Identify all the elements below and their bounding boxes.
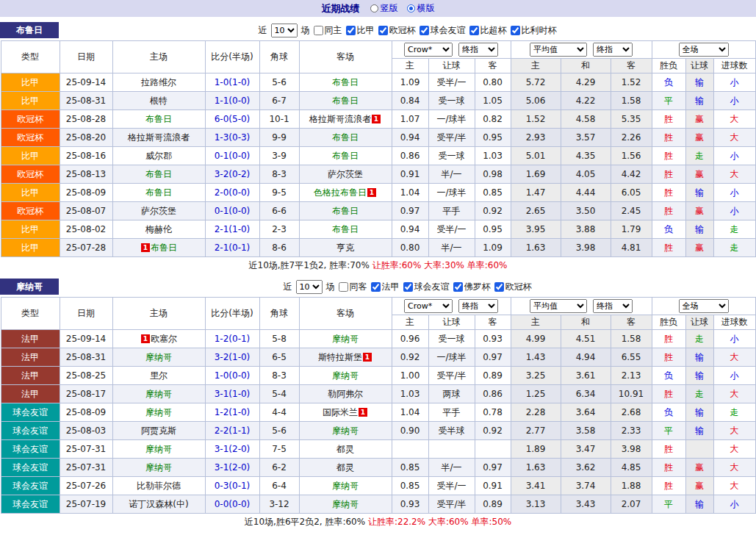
team-link[interactable]: 摩纳哥 — [332, 481, 359, 491]
score-cell[interactable]: 1-0(1-0) — [205, 73, 259, 92]
team-link[interactable]: 布鲁日 — [332, 224, 359, 234]
team-link[interactable]: 布鲁日 — [332, 77, 359, 87]
score-cell[interactable]: 6-0(5-0) — [205, 110, 259, 129]
league-filter[interactable]: 比利时杯 — [511, 24, 557, 37]
score-cell[interactable]: 3-2(1-0) — [205, 348, 259, 367]
team-link[interactable]: 摩纳哥 — [145, 352, 172, 362]
match-count-select[interactable]: 10 — [296, 280, 323, 294]
team-link[interactable]: 都灵 — [336, 462, 354, 473]
team-link[interactable]: 摩纳哥 — [332, 499, 359, 509]
score-cell[interactable]: 0-0(0-0) — [205, 495, 259, 514]
same-venue-checkbox[interactable] — [314, 26, 323, 35]
league-checkbox[interactable] — [494, 282, 504, 292]
same-venue-filter[interactable]: 同主 — [314, 24, 342, 37]
team-link[interactable]: 梅赫伦 — [145, 224, 172, 234]
avg-select[interactable]: 平均值 — [530, 299, 587, 313]
team-link[interactable]: 摩纳哥 — [145, 389, 172, 399]
team-link[interactable]: 欧塞尔 — [151, 334, 177, 344]
team-link[interactable]: 摩纳哥 — [332, 426, 359, 436]
league-filter[interactable]: 比甲 — [346, 24, 375, 37]
team-link[interactable]: 国际米兰 — [323, 407, 358, 417]
same-venue-checkbox[interactable] — [339, 282, 348, 292]
view-option-horizontal[interactable]: 横版 — [407, 2, 435, 15]
league-filter[interactable]: 球会友谊 — [420, 24, 466, 37]
team-link[interactable]: 亨克 — [336, 243, 354, 253]
team-link[interactable]: 都灵 — [336, 444, 354, 454]
odds-company-select[interactable]: Crow* — [404, 299, 453, 313]
team-link[interactable]: 斯特拉斯堡 — [318, 352, 362, 362]
team-link[interactable]: 布鲁日 — [145, 187, 172, 198]
team-link[interactable]: 阿贾克斯 — [141, 426, 176, 436]
team-link[interactable]: 布鲁日 — [332, 151, 359, 161]
league-filter[interactable]: 欧冠杯 — [378, 24, 416, 37]
team-link[interactable]: 布鲁日 — [332, 132, 359, 143]
score-cell[interactable]: 1-2(0-1) — [205, 330, 259, 348]
score-cell[interactable]: 1-3(0-3) — [205, 129, 259, 147]
score-cell[interactable]: 1-1(0-0) — [205, 92, 259, 110]
league-filter[interactable]: 佛罗杯 — [453, 281, 491, 293]
team-link[interactable]: 格拉斯哥流浪者 — [309, 114, 371, 124]
league-checkbox[interactable] — [378, 26, 388, 35]
score-cell[interactable]: 0-3(0-1) — [205, 477, 259, 495]
team-link[interactable]: 摩纳哥 — [145, 444, 172, 454]
score-cell[interactable]: 3-2(0-2) — [205, 165, 259, 184]
odds-type-select[interactable]: 终指 — [458, 299, 498, 313]
avg-select[interactable]: 平均值 — [530, 43, 587, 57]
score-cell[interactable]: 3-1(2-0) — [205, 459, 259, 477]
team-link[interactable]: 萨尔茨堡 — [328, 169, 363, 179]
team-link[interactable]: 布鲁日 — [145, 114, 172, 124]
avg-type-select[interactable]: 终指 — [593, 299, 633, 313]
team-link[interactable]: 摩纳哥 — [145, 407, 172, 417]
league-filter[interactable]: 比超杯 — [469, 24, 507, 37]
team-link[interactable]: 摩纳哥 — [332, 370, 359, 381]
header-dropdown-row: 类型 日期 主场 比分(半场) 角球 客场 Crow*终指 平均值终指 全场 — [1, 41, 755, 59]
team-link[interactable]: 根特 — [150, 96, 168, 106]
odds-type-select[interactable]: 终指 — [458, 43, 498, 57]
league-checkbox[interactable] — [371, 282, 381, 292]
score-cell[interactable]: 2-1(0-1) — [205, 239, 259, 257]
score-cell[interactable]: 3-1(2-0) — [205, 440, 259, 459]
scope-select[interactable]: 全场 — [679, 299, 729, 313]
team-link[interactable]: 比勒菲尔德 — [137, 481, 181, 491]
odds-company-select[interactable]: Crow* — [404, 43, 453, 57]
league-checkbox[interactable] — [453, 282, 463, 292]
avg-home-cell: 5.06 — [511, 92, 561, 110]
team-link[interactable]: 色格拉布鲁日 — [314, 187, 367, 198]
team-link[interactable]: 里尔 — [150, 370, 168, 381]
match-row: 球会友谊25-08-03阿贾克斯2-2(1-1)5-6摩纳哥0.90受半球0.9… — [1, 422, 755, 440]
team-link[interactable]: 勒阿弗尔 — [328, 389, 363, 399]
score-cell[interactable]: 3-1(1-0) — [205, 385, 259, 403]
team-link[interactable]: 布鲁日 — [151, 243, 177, 253]
score-cell[interactable]: 1-0(0-0) — [205, 367, 259, 385]
team-link[interactable]: 诺丁汉森林(中) — [129, 499, 188, 509]
team-link[interactable]: 萨尔茨堡 — [141, 206, 176, 216]
odds-home-cell: 1.03 — [392, 385, 428, 403]
score-cell[interactable]: 0-1(0-0) — [205, 202, 259, 220]
league-checkbox[interactable] — [420, 26, 429, 35]
view-option-vertical[interactable]: 竖版 — [370, 2, 398, 15]
match-count-select[interactable]: 10 — [271, 24, 298, 37]
league-checkbox[interactable] — [403, 282, 413, 292]
team-link[interactable]: 布鲁日 — [332, 96, 359, 106]
team-link[interactable]: 布鲁日 — [145, 169, 172, 179]
score-cell[interactable]: 0-1(0-0) — [205, 147, 259, 165]
score-cell[interactable]: 2-0(0-0) — [205, 184, 259, 202]
scope-select[interactable]: 全场 — [679, 43, 729, 57]
team-link[interactable]: 拉路维尔 — [141, 77, 176, 87]
league-checkbox[interactable] — [469, 26, 479, 35]
score-cell[interactable]: 1-2(1-0) — [205, 403, 259, 422]
league-filter[interactable]: 法甲 — [371, 281, 400, 293]
league-checkbox[interactable] — [346, 26, 356, 35]
team-link[interactable]: 威尔郡 — [145, 151, 172, 161]
league-checkbox[interactable] — [511, 26, 520, 35]
team-link[interactable]: 格拉斯哥流浪者 — [128, 132, 190, 143]
team-link[interactable]: 摩纳哥 — [332, 334, 359, 344]
score-cell[interactable]: 2-2(1-1) — [205, 422, 259, 440]
score-cell[interactable]: 2-1(1-0) — [205, 220, 259, 239]
league-filter[interactable]: 球会友谊 — [403, 281, 450, 293]
league-filter[interactable]: 欧冠杯 — [494, 281, 532, 293]
same-venue-filter[interactable]: 同客 — [339, 281, 367, 293]
team-link[interactable]: 布鲁日 — [332, 206, 359, 216]
team-link[interactable]: 摩纳哥 — [145, 462, 172, 473]
avg-type-select[interactable]: 终指 — [593, 43, 633, 57]
